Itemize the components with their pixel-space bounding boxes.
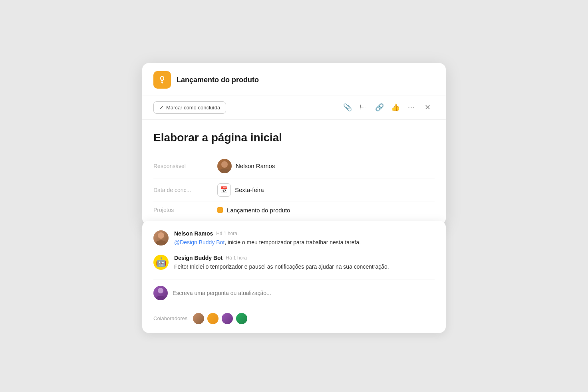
ellipsis-icon: ···: [408, 103, 415, 112]
responsible-name: Nelson Ramos: [236, 162, 275, 169]
mark-complete-label: Marcar como concluída: [166, 105, 220, 111]
thumbs-up-icon: 👍: [391, 103, 400, 112]
main-card: Lançamento do produto ✓ Marcar como conc…: [142, 63, 446, 225]
comment-row-bot: 🤖 Design Buddy Bot Há 1 hora Feito! Inic…: [153, 255, 435, 271]
field-row-responsible: Responsável Nelson Ramos: [153, 154, 435, 178]
comment-header-bot: Design Buddy Bot Há 1 hora: [174, 255, 435, 261]
responsible-label: Responsável: [153, 163, 217, 169]
input-row: [153, 279, 435, 307]
more-button[interactable]: ···: [404, 100, 419, 115]
toolbar-icons: 📎 ⿱ 🔗 👍 ··· ✕: [340, 100, 435, 115]
project-icon: [153, 71, 171, 89]
fields-section: Responsável Nelson Ramos Data de conc...…: [142, 145, 446, 222]
collaborators-row: Colaboradores: [153, 307, 435, 333]
subtask-button[interactable]: ⿱: [356, 100, 371, 115]
link-button[interactable]: 🔗: [372, 100, 387, 115]
avatar-bot: 🤖: [153, 255, 169, 270]
like-button[interactable]: 👍: [388, 100, 403, 115]
field-row-projects: Projetos Lançamento do produto: [153, 202, 435, 218]
projects-value[interactable]: Lançamento do produto: [217, 207, 290, 214]
collaborator-avatar-2: [207, 312, 219, 325]
attach-button[interactable]: 📎: [340, 100, 355, 115]
checkmark-icon: ✓: [159, 105, 164, 111]
subtask-icon: ⿱: [360, 104, 367, 111]
comment-time-nelson: Há 1 hora.: [216, 231, 238, 236]
task-title: Elaborar a página inicial: [153, 131, 435, 145]
comment-content-nelson: Nelson Ramos Há 1 hora. @Design Buddy Bo…: [174, 230, 435, 247]
mention-design-buddy[interactable]: @Design Buddy Bot: [174, 239, 224, 245]
comment-text-after-mention: , inicie o meu temporizador para trabalh…: [224, 239, 361, 245]
comment-row-nelson: Nelson Ramos Há 1 hora. @Design Buddy Bo…: [153, 230, 435, 247]
comments-card: Nelson Ramos Há 1 hora. @Design Buddy Bo…: [142, 221, 446, 333]
current-user-avatar: [153, 286, 168, 300]
bot-icon: 🤖: [156, 255, 167, 270]
task-title-section: Elaborar a página inicial: [142, 120, 446, 145]
responsible-value[interactable]: Nelson Ramos: [217, 159, 275, 173]
project-dot: [217, 207, 223, 213]
toolbar: ✓ Marcar como concluída 📎 ⿱ 🔗 👍 ···: [142, 95, 446, 120]
collaborator-avatar-3: [221, 312, 234, 325]
comment-input[interactable]: [173, 290, 435, 296]
avatar-nelson: [217, 159, 232, 173]
comment-author-bot: Design Buddy Bot: [174, 255, 222, 261]
comment-header-nelson: Nelson Ramos Há 1 hora.: [174, 230, 435, 237]
collaborators-avatars: [192, 312, 248, 325]
comment-text-nelson: @Design Buddy Bot, inicie o meu temporiz…: [174, 238, 435, 247]
collaborator-avatar-4: [235, 312, 248, 325]
due-date-text: Sexta-feira: [235, 186, 264, 193]
card-header: Lançamento do produto: [142, 63, 446, 95]
comment-text-bot: Feito! Iniciei o temporizador e pausei a…: [174, 263, 435, 271]
field-row-due-date: Data de conc... 📅 Sexta-feira: [153, 178, 435, 202]
comment-content-bot: Design Buddy Bot Há 1 hora Feito! Inicie…: [174, 255, 435, 271]
due-date-label: Data de conc...: [153, 187, 217, 193]
projects-label: Projetos: [153, 207, 217, 213]
due-date-value[interactable]: 📅 Sexta-feira: [217, 183, 264, 197]
project-name: Lançamento do produto: [177, 76, 259, 84]
modal-wrapper: Lançamento do produto ✓ Marcar como conc…: [142, 63, 446, 337]
avatar-nelson-comment: [153, 230, 169, 245]
collaborator-avatar-1: [192, 312, 205, 325]
paperclip-icon: 📎: [343, 103, 352, 112]
link-icon: 🔗: [375, 103, 384, 112]
comment-author-nelson: Nelson Ramos: [174, 230, 213, 237]
calendar-icon: 📅: [217, 183, 231, 197]
collaborators-label: Colaboradores: [153, 315, 187, 321]
comment-time-bot: Há 1 hora: [226, 255, 247, 261]
mark-complete-button[interactable]: ✓ Marcar como concluída: [153, 101, 226, 114]
close-icon: ✕: [425, 103, 431, 112]
project-name-value: Lançamento do produto: [227, 207, 290, 214]
close-button[interactable]: ✕: [420, 100, 435, 115]
